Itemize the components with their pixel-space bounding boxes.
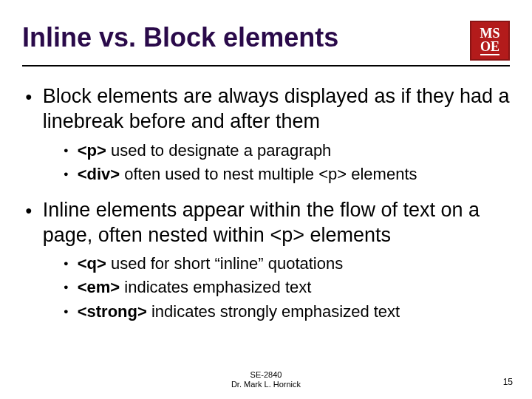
page-number: 15 xyxy=(503,377,513,387)
sub-group: ● <q> used for short “inline” quotations… xyxy=(64,253,510,321)
bullet-l2: ● <q> used for short “inline” quotations xyxy=(64,253,510,274)
footer-course: SE-2840 xyxy=(0,370,532,381)
bullet-l2: ● <p> used to designate a paragraph xyxy=(64,140,510,161)
sub-group: ● <p> used to designate a paragraph ● <d… xyxy=(64,140,510,185)
footer-author: Dr. Mark L. Hornick xyxy=(0,380,532,390)
sub-text: <em> indicates emphasized text xyxy=(78,277,312,298)
bullet-l2: ● <em> indicates emphasized text xyxy=(64,277,510,298)
bullet-l2: ● <strong> indicates strongly emphasized… xyxy=(64,301,510,322)
slide: Inline vs. Block elements MS OE ● Block … xyxy=(0,0,532,399)
logo-line2: OE xyxy=(480,40,499,55)
sub-text: <div> often used to nest multiple <p> el… xyxy=(78,164,417,185)
bullet-icon: ● xyxy=(64,146,69,154)
bullet-l1: ● Inline elements appear within the flow… xyxy=(25,198,510,248)
sub-text: <q> used for short “inline” quotations xyxy=(78,253,344,274)
bullet-icon: ● xyxy=(25,90,33,103)
logo-line1: MS xyxy=(480,27,500,40)
bullet-l2: ● <div> often used to nest multiple <p> … xyxy=(64,164,510,185)
bullet-icon: ● xyxy=(25,204,33,217)
bullet-icon: ● xyxy=(64,169,69,178)
bullet-icon: ● xyxy=(64,282,69,291)
content: ● Block elements are always displayed as… xyxy=(22,84,510,322)
bullet-l1: ● Block elements are always displayed as… xyxy=(25,84,510,134)
bullet-icon: ● xyxy=(64,307,69,316)
slide-title: Inline vs. Block elements xyxy=(22,22,338,53)
sub-text: <p> used to designate a paragraph xyxy=(78,140,332,161)
footer: SE-2840 Dr. Mark L. Hornick xyxy=(0,370,532,391)
sub-text: <strong> indicates strongly emphasized t… xyxy=(78,301,400,322)
bullet-icon: ● xyxy=(64,259,69,267)
bullet-text: Block elements are always displayed as i… xyxy=(43,84,510,134)
msoe-logo: MS OE xyxy=(470,21,510,61)
title-row: Inline vs. Block elements MS OE xyxy=(22,22,510,66)
bullet-text: Inline elements appear within the flow o… xyxy=(43,198,510,248)
